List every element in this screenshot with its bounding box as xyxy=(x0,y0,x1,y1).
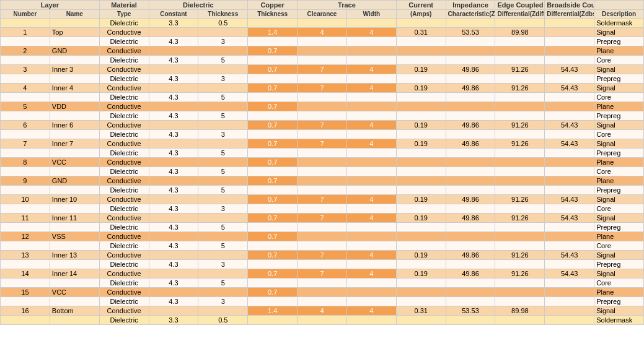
cell-broadside[interactable] xyxy=(545,167,594,176)
cell-name[interactable] xyxy=(50,186,99,195)
cell-width[interactable]: 4 xyxy=(346,65,396,74)
cell-type[interactable]: Conductive xyxy=(99,306,149,316)
cell-name[interactable] xyxy=(50,37,99,46)
cell-broadside[interactable] xyxy=(545,186,594,195)
cell-type[interactable]: Conductive xyxy=(99,288,149,297)
cell-clearance[interactable] xyxy=(298,37,347,46)
cell-width[interactable] xyxy=(346,176,396,186)
cell-broadside[interactable] xyxy=(545,279,594,288)
table-row[interactable]: 10Inner 10Conductive0.7740.1949.8691.265… xyxy=(1,195,644,204)
cell-thickness[interactable] xyxy=(198,46,248,56)
cell-width[interactable] xyxy=(346,232,396,241)
cell-constant[interactable]: 3.3 xyxy=(149,316,198,325)
cell-constant[interactable] xyxy=(149,288,198,297)
cell-type[interactable]: Conductive xyxy=(99,84,149,93)
cell-current[interactable]: 0.19 xyxy=(396,251,446,260)
cell-width[interactable]: 4 xyxy=(346,269,396,279)
cell-type[interactable]: Conductive xyxy=(99,214,149,223)
cell-clearance[interactable] xyxy=(298,288,347,297)
cell-impedance[interactable] xyxy=(446,158,495,167)
cell-impedance[interactable] xyxy=(446,167,495,176)
cell-broadside[interactable] xyxy=(545,260,594,269)
cell-copper-thickness[interactable]: 0.7 xyxy=(248,288,298,297)
cell-current[interactable] xyxy=(396,130,446,139)
cell-edge-coupled[interactable] xyxy=(495,223,545,232)
cell-number[interactable] xyxy=(1,260,50,269)
cell-copper-thickness[interactable] xyxy=(248,241,298,251)
table-row[interactable]: 5VDDConductive0.7Plane xyxy=(1,102,644,111)
table-row[interactable]: Dielectric4.33Core xyxy=(1,204,644,214)
cell-number[interactable]: 10 xyxy=(1,195,50,204)
cell-constant[interactable]: 4.3 xyxy=(149,204,198,214)
cell-copper-thickness[interactable]: 0.7 xyxy=(248,195,298,204)
cell-broadside[interactable]: 54.43 xyxy=(545,139,594,149)
cell-current[interactable]: 0.19 xyxy=(396,139,446,149)
cell-clearance[interactable] xyxy=(298,204,347,214)
cell-number[interactable] xyxy=(1,149,50,158)
cell-impedance[interactable]: 49.86 xyxy=(446,121,495,130)
cell-current[interactable] xyxy=(396,19,446,28)
cell-edge-coupled[interactable] xyxy=(495,19,545,28)
cell-constant[interactable]: 4.3 xyxy=(149,74,198,84)
cell-description[interactable]: Signal xyxy=(594,269,644,279)
cell-number[interactable] xyxy=(1,74,50,84)
table-row[interactable]: Dielectric4.35Prepreg xyxy=(1,223,644,232)
cell-width[interactable] xyxy=(346,297,396,306)
cell-description[interactable]: Signal xyxy=(594,84,644,93)
table-row[interactable]: Dielectric4.35Core xyxy=(1,56,644,65)
cell-number[interactable] xyxy=(1,223,50,232)
table-row[interactable]: 14Inner 14Conductive0.7740.1949.8691.265… xyxy=(1,269,644,279)
cell-description[interactable]: Plane xyxy=(594,158,644,167)
cell-name[interactable]: VCC xyxy=(50,158,99,167)
cell-number[interactable]: 6 xyxy=(1,121,50,130)
cell-description[interactable]: Prepreg xyxy=(594,111,644,121)
cell-impedance[interactable] xyxy=(446,241,495,251)
cell-clearance[interactable] xyxy=(298,223,347,232)
cell-current[interactable]: 0.19 xyxy=(396,269,446,279)
cell-copper-thickness[interactable]: 0.7 xyxy=(248,46,298,56)
cell-constant[interactable] xyxy=(149,214,198,223)
cell-description[interactable]: Soldermask xyxy=(594,316,644,325)
cell-description[interactable]: Plane xyxy=(594,288,644,297)
cell-impedance[interactable] xyxy=(446,204,495,214)
cell-type[interactable]: Dielectric xyxy=(99,149,149,158)
cell-edge-coupled[interactable] xyxy=(495,297,545,306)
cell-width[interactable]: 4 xyxy=(346,251,396,260)
table-row[interactable]: 11Inner 11Conductive0.7740.1949.8691.265… xyxy=(1,214,644,223)
cell-type[interactable]: Dielectric xyxy=(99,37,149,46)
cell-clearance[interactable] xyxy=(298,149,347,158)
table-row[interactable]: 12VSSConductive0.7Plane xyxy=(1,232,644,241)
cell-copper-thickness[interactable] xyxy=(248,223,298,232)
cell-impedance[interactable] xyxy=(446,186,495,195)
table-row[interactable]: Dielectric4.35Core xyxy=(1,279,644,288)
cell-broadside[interactable] xyxy=(545,316,594,325)
cell-number[interactable]: 15 xyxy=(1,288,50,297)
cell-number[interactable]: 8 xyxy=(1,158,50,167)
cell-constant[interactable]: 4.3 xyxy=(149,241,198,251)
cell-constant[interactable] xyxy=(149,158,198,167)
cell-broadside[interactable] xyxy=(545,56,594,65)
cell-current[interactable] xyxy=(396,158,446,167)
cell-thickness[interactable]: 5 xyxy=(198,56,248,65)
cell-broadside[interactable] xyxy=(545,288,594,297)
cell-clearance[interactable] xyxy=(298,102,347,111)
cell-description[interactable]: Core xyxy=(594,93,644,102)
cell-constant[interactable]: 4.3 xyxy=(149,56,198,65)
table-row[interactable]: 15VCCConductive0.7Plane xyxy=(1,288,644,297)
cell-broadside[interactable] xyxy=(545,232,594,241)
cell-type[interactable]: Dielectric xyxy=(99,74,149,84)
cell-constant[interactable]: 4.3 xyxy=(149,149,198,158)
cell-current[interactable]: 0.31 xyxy=(396,306,446,316)
table-row[interactable]: 8VCCConductive0.7Plane xyxy=(1,158,644,167)
cell-impedance[interactable] xyxy=(446,56,495,65)
cell-description[interactable]: Prepreg xyxy=(594,297,644,306)
cell-thickness[interactable]: 3 xyxy=(198,37,248,46)
cell-edge-coupled[interactable] xyxy=(495,279,545,288)
cell-broadside[interactable] xyxy=(545,46,594,56)
cell-impedance[interactable] xyxy=(446,232,495,241)
cell-width[interactable]: 4 xyxy=(346,195,396,204)
table-row[interactable]: Dielectric3.30.5Soldermask xyxy=(1,316,644,325)
cell-name[interactable] xyxy=(50,297,99,306)
cell-edge-coupled[interactable] xyxy=(495,232,545,241)
cell-description[interactable]: Prepreg xyxy=(594,260,644,269)
